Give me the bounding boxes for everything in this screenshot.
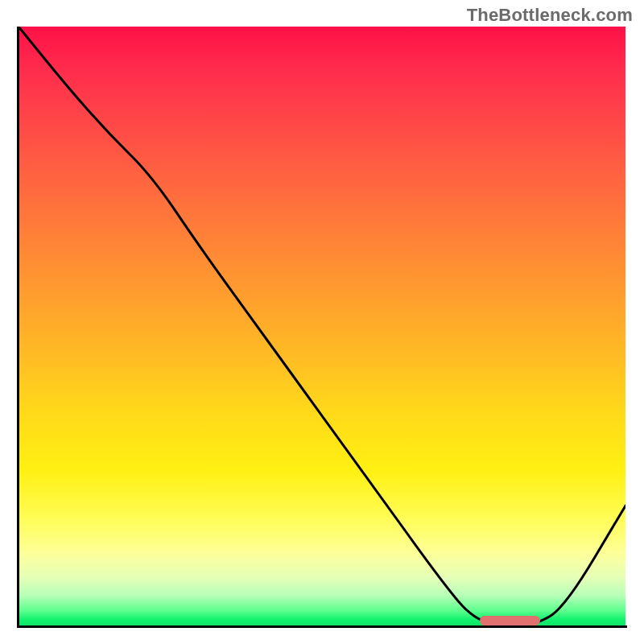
watermark-label: TheBottleneck.com [467,5,633,26]
plot-frame [19,27,625,625]
plot-inner [19,27,625,625]
y-axis [17,27,19,628]
optimal-range-marker [480,616,540,625]
chart-curve [19,27,625,625]
x-axis [17,625,627,628]
chart-root: TheBottleneck.com [0,0,644,644]
